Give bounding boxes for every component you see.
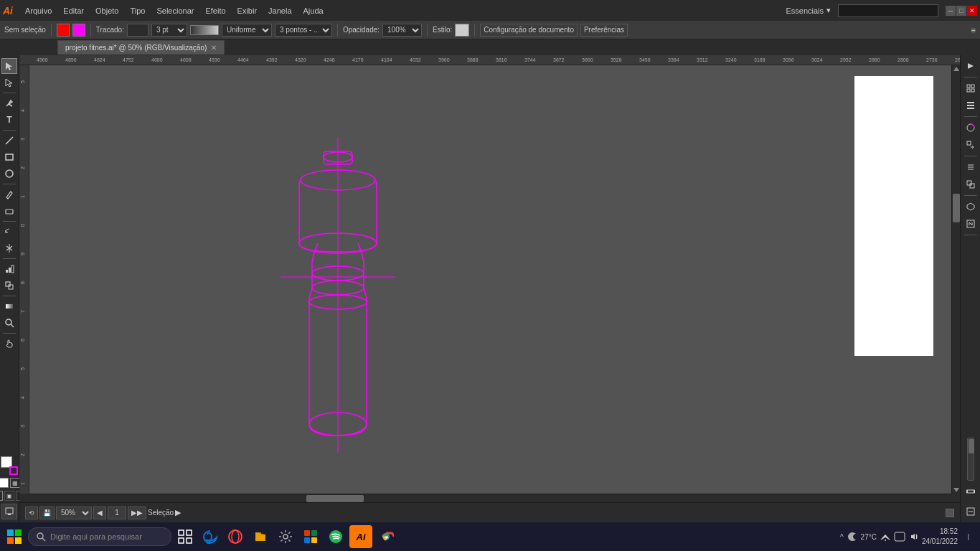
- normal-mode-btn[interactable]: □: [0, 491, 3, 501]
- hand-tool[interactable]: [1, 336, 17, 352]
- opacity-select[interactable]: 100%: [382, 24, 422, 37]
- tool-sep-5: [3, 258, 16, 259]
- prev-page-btn[interactable]: ◀: [93, 507, 106, 519]
- svg-text:3672: 3672: [553, 57, 565, 62]
- taskbar-files-icon[interactable]: [249, 525, 272, 548]
- rp-scroll-thumb[interactable]: [969, 439, 974, 453]
- gradient-color-btn[interactable]: ▦: [10, 478, 20, 488]
- fill-color-swatch[interactable]: [72, 24, 85, 37]
- type-tool[interactable]: T: [1, 112, 17, 128]
- direct-selection-tool[interactable]: [1, 75, 17, 90]
- menu-tipo[interactable]: Tipo: [125, 5, 150, 17]
- horizontal-scrollbar[interactable]: [29, 494, 951, 502]
- next-page-btn[interactable]: ▶▶: [128, 507, 146, 519]
- menu-editar[interactable]: Editar: [58, 5, 89, 17]
- taskbar-spotify-icon[interactable]: [324, 525, 347, 548]
- zoom-tool[interactable]: [1, 315, 17, 331]
- menu-janela[interactable]: Janela: [263, 5, 296, 17]
- svg-line-0: [6, 137, 13, 144]
- eraser-tool[interactable]: [1, 203, 17, 219]
- screen-mode-btn[interactable]: [1, 504, 17, 519]
- taskbar-illustrator-icon[interactable]: Ai: [349, 525, 372, 548]
- start-button[interactable]: [3, 525, 26, 548]
- menu-arquivo[interactable]: Arquivo: [20, 5, 57, 17]
- rp-align-btn[interactable]: [963, 159, 979, 175]
- menu-exibir[interactable]: Exibir: [232, 5, 263, 17]
- tray-show-desktop[interactable]: |: [960, 533, 977, 540]
- task-view-button[interactable]: [174, 525, 197, 548]
- selection-tool[interactable]: [1, 58, 17, 74]
- rp-scrollbar[interactable]: [967, 438, 974, 481]
- doc-config-button[interactable]: Configuração de documento: [480, 24, 578, 37]
- scroll-up-arrow[interactable]: [953, 67, 959, 71]
- graph-tool[interactable]: [1, 261, 17, 277]
- rp-grid-btn[interactable]: [963, 80, 979, 96]
- rp-art-btn[interactable]: [963, 216, 979, 232]
- transform-tool[interactable]: [1, 278, 17, 293]
- stroke-type-select[interactable]: Uniforme: [222, 24, 272, 37]
- canvas-indicator: [946, 509, 954, 517]
- pencil-tool[interactable]: [1, 187, 17, 202]
- taskbar-edge-icon[interactable]: [199, 525, 222, 548]
- minimize-button[interactable]: ─: [946, 6, 956, 16]
- gradient-tool[interactable]: [1, 298, 17, 314]
- menu-ajuda[interactable]: Ajuda: [298, 5, 329, 17]
- system-tray: ^ 27°C: [840, 531, 920, 542]
- stroke-points-select[interactable]: 3 pontos - ...: [275, 24, 332, 37]
- ellipse-tool[interactable]: [1, 166, 17, 182]
- pen-tool[interactable]: [1, 95, 17, 111]
- rp-arrow-btn[interactable]: [963, 58, 979, 74]
- style-color-box[interactable]: [455, 24, 469, 37]
- rp-bottom-btn[interactable]: [963, 504, 979, 519]
- taskbar-chrome-icon[interactable]: [374, 525, 397, 548]
- svg-line-12: [11, 324, 14, 327]
- document-tab[interactable]: projeto fitnes.ai* @ 50% (RGB/Visualizaç…: [57, 40, 225, 55]
- rp-color-btn[interactable]: [963, 120, 979, 136]
- rp-transform-btn[interactable]: [963, 137, 979, 153]
- scroll-thumb-v[interactable]: [953, 194, 960, 222]
- tray-arrow[interactable]: ^: [840, 533, 844, 541]
- search-input[interactable]: [838, 4, 938, 17]
- tab-close-icon[interactable]: ✕: [211, 44, 217, 52]
- restore-button[interactable]: □: [956, 6, 966, 16]
- taskbar-opera-icon[interactable]: [224, 525, 247, 548]
- workspace-switcher[interactable]: Essenciais ▾: [786, 6, 831, 15]
- canvas-viewport[interactable]: [29, 65, 951, 494]
- rp-layers-btn[interactable]: [963, 98, 979, 113]
- back-mode-btn[interactable]: ▣: [4, 491, 14, 501]
- zoom-select[interactable]: 50%: [56, 507, 92, 519]
- rp-pathfinder-btn[interactable]: [963, 176, 979, 192]
- stroke-input[interactable]: [127, 24, 149, 37]
- taskbar-settings-icon[interactable]: [274, 525, 297, 548]
- close-button[interactable]: ✕: [967, 6, 977, 16]
- stroke-swatch[interactable]: [9, 466, 18, 475]
- system-clock[interactable]: 18:52 24/01/2022: [922, 527, 958, 547]
- svg-text:3960: 3960: [438, 57, 450, 62]
- rect-tool[interactable]: [1, 149, 17, 165]
- taskbar-ms365-icon[interactable]: [299, 525, 322, 548]
- scroll-down-arrow[interactable]: [953, 488, 959, 492]
- stroke-color-swatch[interactable]: [57, 24, 70, 37]
- stroke-unit-select[interactable]: 3 pt: [151, 24, 187, 37]
- save-status-btn[interactable]: 💾: [39, 507, 55, 519]
- scroll-thumb-h[interactable]: [306, 495, 364, 502]
- svg-point-117: [885, 540, 886, 541]
- svg-text:4392: 4392: [266, 57, 278, 62]
- taskbar-search[interactable]: Digite aqui para pesquisar: [28, 527, 171, 546]
- page-input[interactable]: [108, 507, 126, 519]
- reflect-tool[interactable]: [1, 240, 17, 256]
- vertical-scrollbar[interactable]: [951, 65, 960, 494]
- menu-efeito[interactable]: Efeito: [200, 5, 230, 17]
- preferences-button[interactable]: Preferências: [580, 24, 628, 37]
- extra-options: ≡: [971, 26, 976, 34]
- menu-objeto[interactable]: Objeto: [90, 5, 123, 17]
- none-color-btn[interactable]: [0, 478, 9, 488]
- rp-resize-btn[interactable]: [963, 484, 979, 499]
- rotate-tool[interactable]: [1, 224, 17, 240]
- menu-selecionar[interactable]: Selecionar: [151, 5, 199, 17]
- history-back-btn[interactable]: ⟲: [25, 507, 38, 519]
- tool-sep-1: [3, 93, 16, 93]
- svg-text:3024: 3024: [811, 57, 823, 62]
- line-tool[interactable]: [1, 133, 17, 149]
- rp-symbols-btn[interactable]: [963, 199, 979, 215]
